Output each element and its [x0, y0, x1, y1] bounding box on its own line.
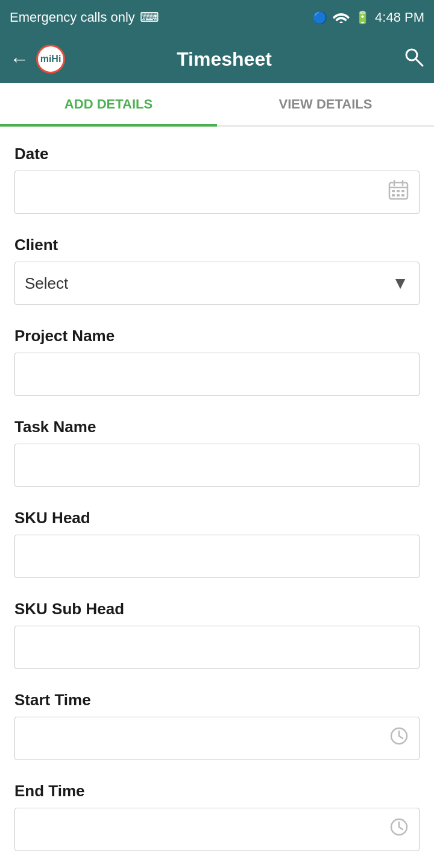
wifi-icon [332, 10, 350, 26]
sku-sub-head-input[interactable] [14, 626, 420, 669]
date-input[interactable] [14, 171, 420, 214]
sku-head-input[interactable] [14, 535, 420, 578]
tab-add-details[interactable]: ADD DETAILS [0, 83, 217, 125]
start-time-label: Start Time [14, 691, 420, 709]
end-time-input[interactable] [14, 808, 420, 851]
project-name-field-group: Project Name [14, 327, 420, 396]
end-time-field-group: End Time [14, 782, 420, 851]
svg-point-0 [340, 21, 343, 23]
task-name-label: Task Name [14, 418, 420, 436]
back-button[interactable]: ← [10, 48, 29, 71]
status-bar-right: 🔵 🔋 4:48 PM [312, 10, 424, 26]
status-bar-left: Emergency calls only ⌨ [10, 10, 159, 25]
tabs-container: ADD DETAILS VIEW DETAILS [0, 83, 434, 127]
task-name-field-group: Task Name [14, 418, 420, 487]
emergency-calls-text: Emergency calls only [10, 10, 135, 25]
end-time-label: End Time [14, 782, 420, 800]
client-field-group: Client Select ▼ [14, 236, 420, 305]
end-time-input-wrapper [14, 808, 420, 851]
sku-head-label: SKU Head [14, 509, 420, 527]
sku-sub-head-field-group: SKU Sub Head [14, 600, 420, 669]
svg-line-2 [416, 59, 423, 66]
battery-icon: 🔋 [355, 10, 370, 25]
project-name-label: Project Name [14, 327, 420, 345]
app-bar: ← miHi Timesheet [0, 35, 434, 83]
client-select-wrapper: Select ▼ [14, 262, 420, 305]
date-input-wrapper [14, 171, 420, 214]
status-time: 4:48 PM [375, 10, 424, 25]
project-name-input[interactable] [14, 353, 420, 396]
search-button[interactable] [403, 46, 424, 73]
tab-view-details[interactable]: VIEW DETAILS [217, 83, 434, 125]
status-bar: Emergency calls only ⌨ 🔵 🔋 4:48 PM [0, 0, 434, 35]
client-select[interactable]: Select [14, 262, 420, 305]
start-time-field-group: Start Time [14, 691, 420, 760]
start-time-input-wrapper [14, 717, 420, 760]
date-label: Date [14, 145, 420, 163]
bluetooth-icon: 🔵 [312, 10, 327, 25]
sku-sub-head-label: SKU Sub Head [14, 600, 420, 618]
client-label: Client [14, 236, 420, 254]
start-time-input[interactable] [14, 717, 420, 760]
form-area: Date Client [0, 127, 434, 868]
logo-text: miHi [40, 54, 61, 64]
date-field-group: Date [14, 145, 420, 214]
usb-icon: ⌨ [140, 10, 159, 25]
sku-head-field-group: SKU Head [14, 509, 420, 578]
task-name-input[interactable] [14, 444, 420, 487]
page-title: Timesheet [75, 48, 374, 71]
app-logo: miHi [36, 45, 65, 74]
